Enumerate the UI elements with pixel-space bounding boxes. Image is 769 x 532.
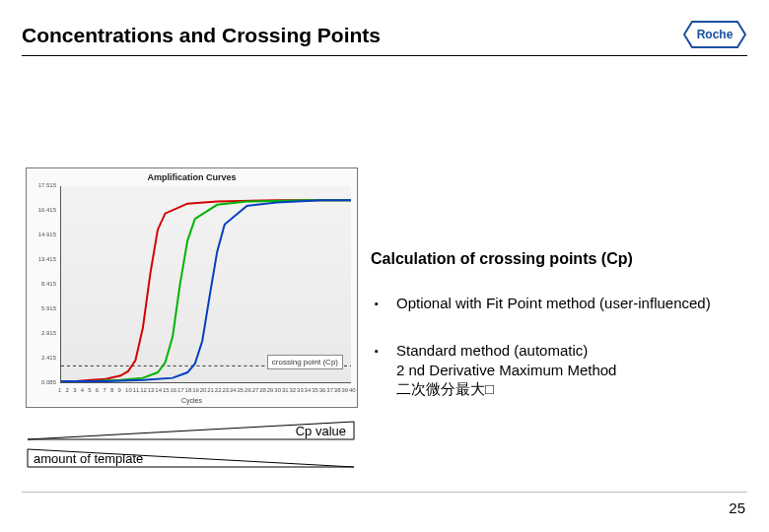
header-rule — [22, 55, 747, 56]
svg-text:Roche: Roche — [697, 28, 734, 41]
bullet-text: Standard method (automatic) — [396, 342, 588, 359]
cp-value-label: Cp value — [296, 424, 346, 438]
bullet-text: 2 nd Derivative Maximum Method — [396, 362, 616, 378]
section-subtitle: Calculation of crossing points (Cp) — [371, 250, 745, 268]
fit-point-emphasis: Fit Point — [486, 295, 542, 311]
bullet-fit-point: Optional with Fit Point method (user-inf… — [371, 294, 745, 313]
bullet-second-derivative: Standard method (automatic) 2 nd Derivat… — [371, 341, 745, 399]
bullet-text: method (user-influenced) — [542, 295, 711, 311]
bullet-text: 二次微分最大□ — [396, 380, 494, 397]
cp-value-wedge: Cp value — [26, 420, 356, 441]
roche-logo: Roche — [682, 20, 747, 53]
bullet-text: Optional with — [396, 295, 486, 311]
chart-xlabel: Cycles — [27, 397, 357, 404]
template-amount-wedge: amount of template — [26, 447, 356, 469]
page-number: 25 — [729, 499, 745, 516]
footer-rule — [22, 492, 747, 493]
amplification-chart: Amplification Curves Fluorescence (465-5… — [26, 167, 356, 408]
chart-legend: crossing point (Cp) — [267, 355, 343, 369]
cp-template-diagram: Cp value amount of template — [26, 414, 356, 469]
template-amount-label: amount of template — [34, 451, 143, 466]
chart-title: Amplification Curves — [27, 172, 357, 182]
page-title: Concentrations and Crossing Points — [22, 24, 381, 47]
